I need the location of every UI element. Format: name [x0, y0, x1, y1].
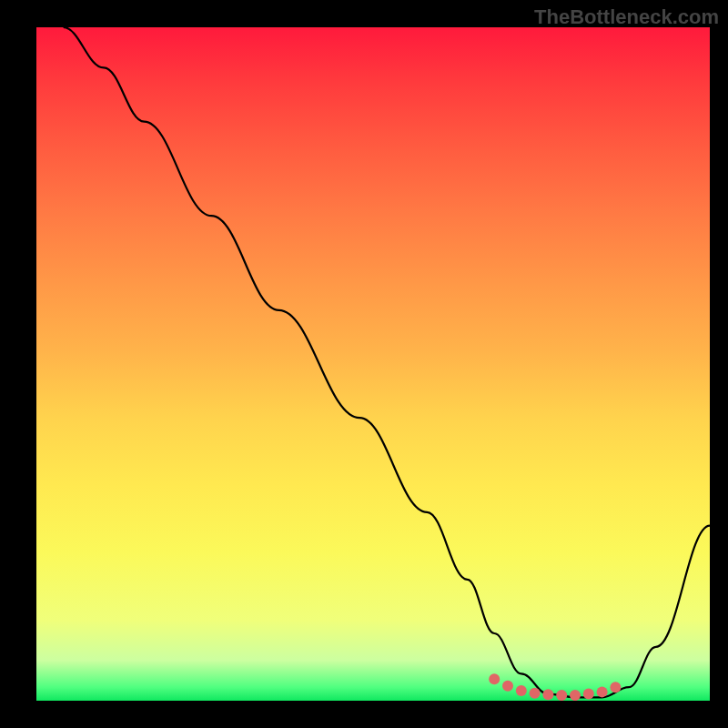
chart-marker-dot: [502, 681, 513, 692]
chart-marker-dot: [542, 689, 553, 700]
chart-svg: [36, 27, 710, 701]
chart-marker-dot: [516, 685, 527, 696]
chart-marker-dot: [556, 690, 567, 701]
chart-marker-dot: [570, 690, 581, 701]
chart-line-series: [64, 27, 710, 697]
chart-plot-area: [36, 27, 710, 701]
watermark-text: TheBottleneck.com: [534, 5, 719, 29]
chart-marker-dot: [597, 686, 608, 697]
chart-marker-dot: [489, 673, 500, 684]
chart-marker-dot: [530, 688, 541, 699]
chart-marker-dot: [583, 689, 594, 700]
chart-marker-group: [489, 673, 621, 701]
chart-marker-dot: [610, 682, 621, 693]
